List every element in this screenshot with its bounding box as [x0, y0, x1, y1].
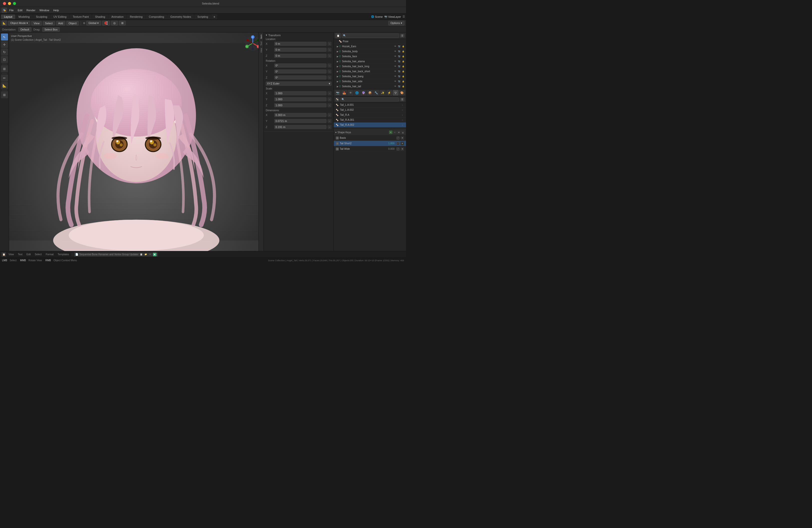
prop-tab-physics[interactable]: ⚡	[386, 90, 392, 96]
tree-item-hair-atama[interactable]: ▶ ▽ Selestia_hair_atama 👁 📷 🔒	[334, 59, 406, 64]
rotation-z-input[interactable]: 0°	[274, 75, 327, 79]
visibility-btn-5[interactable]: 👁	[393, 65, 397, 68]
editor-type-icon[interactable]: 📐	[1, 20, 7, 26]
tab-add[interactable]: +	[211, 14, 217, 19]
bb-text[interactable]: Text	[16, 253, 24, 256]
disable-btn-3[interactable]: 📷	[397, 55, 401, 58]
prop-tab-object[interactable]: 📦	[367, 90, 373, 96]
script-run-btn[interactable]: ▶	[153, 253, 157, 256]
outliner-icon[interactable]: 📋	[335, 33, 341, 39]
transform-tool[interactable]: ⊞	[1, 65, 8, 72]
render-btn-7[interactable]: 🔒	[402, 75, 405, 78]
tool-strip-label[interactable]: Tool	[260, 41, 262, 47]
transform-global-dropdown[interactable]: Global	[86, 21, 101, 26]
hair-back-short-arrow[interactable]: ▶	[337, 70, 338, 73]
bone-icon[interactable]: 🦴	[335, 98, 339, 102]
visibility-btn-2[interactable]: 👁	[393, 50, 397, 53]
script-close-btn[interactable]: ✕	[148, 253, 152, 256]
render-btn-9[interactable]: 🔒	[402, 85, 405, 88]
measure-tool[interactable]: 📐	[1, 82, 8, 89]
outliner-search[interactable]: 🔍	[342, 33, 399, 38]
dimensions-y-input[interactable]: 0.0721 m	[274, 119, 327, 123]
menu-render[interactable]: Render	[25, 8, 37, 12]
prop-tab-scene[interactable]: 🌐	[354, 90, 360, 96]
tab-layout[interactable]: Layout	[1, 15, 15, 19]
shape-key-up-btn[interactable]: ▴	[401, 131, 405, 134]
sk-check-wide[interactable]: ✓	[396, 147, 400, 150]
selestia-body-arrow[interactable]: ▶	[337, 50, 338, 53]
viewport-overlays-btn[interactable]: Options ▾	[388, 21, 405, 26]
move-tool[interactable]: ✛	[1, 41, 8, 48]
snap-btn[interactable]: 🧲	[102, 21, 110, 26]
render-btn-4[interactable]: 🔒	[402, 60, 405, 63]
rotation-z-copy[interactable]: ⬦	[328, 75, 332, 79]
location-y-input[interactable]: 0 m	[274, 48, 327, 52]
script-save-btn[interactable]: 💾	[140, 253, 143, 256]
view-button[interactable]: View	[31, 21, 42, 26]
prop-tab-output[interactable]: 📤	[341, 90, 347, 96]
location-y-copy[interactable]: ⬦	[328, 48, 332, 52]
menu-file[interactable]: File	[8, 8, 15, 12]
bb-edit[interactable]: Edit	[25, 253, 32, 256]
bb-templates[interactable]: Templates	[56, 253, 71, 256]
scene-label[interactable]: Scene	[375, 15, 383, 18]
object-button[interactable]: Object	[66, 21, 79, 26]
annotate-tool[interactable]: ✏	[1, 74, 8, 82]
prop-tab-render[interactable]: 📷	[335, 90, 341, 96]
tree-item-hair-bang[interactable]: ▶ ▽ Selestia_hair_bang 👁 📷 🔒	[334, 74, 406, 79]
rotation-x-copy[interactable]: ⬦	[328, 63, 332, 68]
script-folder-btn[interactable]: 📁	[144, 253, 147, 256]
tree-item-hair-back-long[interactable]: ▶ ▽ Selestia_hair_back_long 👁 📷 🔒	[334, 64, 406, 69]
visibility-btn-9[interactable]: 👁	[393, 85, 397, 88]
location-z-copy[interactable]: ⬦	[328, 54, 332, 58]
prop-tab-world[interactable]: 🔮	[361, 90, 366, 96]
filter-icon[interactable]: ☰	[403, 15, 405, 18]
hair-atama-arrow[interactable]: ▶	[337, 60, 338, 63]
menu-help[interactable]: Help	[52, 8, 61, 12]
tree-item-hair-tail[interactable]: ▶ ▽ Selestia_hair_tail 👁 📷 🔒	[334, 84, 406, 89]
drag-dropdown[interactable]: Select Box	[42, 27, 60, 32]
menu-window[interactable]: Window	[38, 8, 51, 12]
shape-key-tail-wide[interactable]: ◇ Tail Wide 0.000 ✓ ▾	[334, 146, 406, 152]
shape-key-remove-btn[interactable]: −	[393, 131, 396, 134]
hair-side-arrow[interactable]: ▶	[337, 80, 338, 83]
shape-key-basis[interactable]: ◇ Basis ✓ ▾	[334, 135, 406, 141]
sk-options-short2[interactable]: ▾	[401, 142, 404, 145]
scale-tool[interactable]: ⊡	[1, 56, 8, 63]
maximize-button[interactable]	[13, 2, 16, 5]
grid-snap-btn[interactable]: ⊞	[119, 21, 126, 26]
shape-key-down-btn[interactable]: ▾	[397, 131, 401, 134]
tab-sculpting[interactable]: Sculpting	[33, 15, 50, 19]
visibility-btn-6[interactable]: 👁	[393, 70, 397, 73]
tree-item-hozuki-ears[interactable]: ▶ ▽ Hozuki_Ears 👁 📷 🔒	[334, 44, 406, 49]
visibility-btn[interactable]: 👁	[393, 45, 397, 48]
tree-item-selestia-body[interactable]: ▶ ▽ Selestia_body 👁 📷 🔒	[334, 49, 406, 54]
render-btn[interactable]: 🔒	[402, 45, 405, 48]
minimize-button[interactable]	[8, 2, 11, 5]
disable-btn-9[interactable]: 📷	[397, 85, 401, 88]
dimensions-y-copy[interactable]: ⬦	[328, 119, 332, 123]
rotation-mode-select[interactable]: XYZ Euler ▾	[266, 82, 332, 86]
render-btn-2[interactable]: 🔒	[402, 50, 405, 53]
sk-check-basis[interactable]: ✓	[396, 136, 400, 140]
tab-animation[interactable]: Animation	[108, 15, 127, 19]
tree-item-selestia-face[interactable]: ▶ ▽ Selestia_face 👁 📷 🔒	[334, 54, 406, 59]
bone-copy-1[interactable]: ⬦	[401, 103, 404, 107]
bone-search[interactable]: 🔍	[340, 98, 399, 102]
render-btn-5[interactable]: 🔒	[402, 65, 405, 68]
close-button[interactable]	[3, 2, 6, 5]
visibility-btn-7[interactable]: 👁	[393, 75, 397, 78]
tab-compositing[interactable]: Compositing	[146, 15, 167, 19]
bone-copy-5[interactable]: ⬦	[401, 123, 404, 127]
proportional-btn[interactable]: ◎	[111, 21, 118, 26]
rotation-y-input[interactable]: 0°	[274, 70, 327, 73]
rotation-y-copy[interactable]: ⬦	[328, 70, 332, 73]
bone-item-tail-ra[interactable]: 🦴 Tail_R.A ⬦	[334, 113, 406, 117]
disable-btn-4[interactable]: 📷	[397, 60, 401, 63]
bb-select[interactable]: Select	[33, 253, 43, 256]
location-z-input[interactable]: 0 m	[274, 54, 327, 58]
visibility-btn-4[interactable]: 👁	[393, 60, 397, 63]
shape-key-tail-short2[interactable]: ◇ Tail Short2 1.000 ✓ ▾	[334, 141, 406, 146]
tree-item-hair-side[interactable]: ▶ ▽ Selestia_hair_side 👁 📷 🔒	[334, 79, 406, 84]
rotation-x-input[interactable]: 0°	[274, 63, 327, 68]
